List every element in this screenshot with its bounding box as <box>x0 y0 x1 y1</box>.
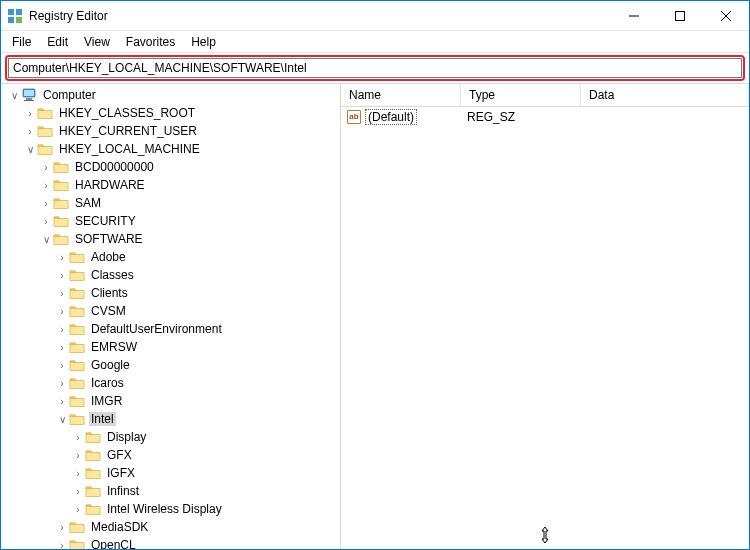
tree-key-intel-wireless-display[interactable]: ›Intel Wireless Display <box>1 500 340 518</box>
expand-toggle-icon[interactable]: › <box>71 486 85 497</box>
minimize-button[interactable] <box>611 1 657 30</box>
expand-toggle-icon[interactable]: › <box>55 540 69 550</box>
computer-icon <box>21 88 37 102</box>
expand-toggle-icon[interactable]: › <box>55 306 69 317</box>
svg-rect-9 <box>24 90 34 96</box>
expand-toggle-icon[interactable]: › <box>71 504 85 515</box>
menu-view[interactable]: View <box>77 33 117 51</box>
tree-item-label: Google <box>89 358 132 372</box>
tree-key-software[interactable]: ∨SOFTWARE <box>1 230 340 248</box>
tree-key-mediasdk[interactable]: ›MediaSDK <box>1 518 340 536</box>
tree-hive-hkcu[interactable]: ›HKEY_CURRENT_USER <box>1 122 340 140</box>
expand-toggle-icon[interactable]: › <box>55 288 69 299</box>
expand-toggle-icon[interactable]: › <box>55 360 69 371</box>
expand-toggle-icon[interactable]: › <box>39 198 53 209</box>
folder-icon <box>53 160 69 174</box>
tree-item-label: SOFTWARE <box>73 232 145 246</box>
menu-file[interactable]: File <box>5 33 38 51</box>
tree-item-label: Intel Wireless Display <box>105 502 224 516</box>
close-button[interactable] <box>703 1 749 30</box>
svg-rect-1 <box>16 9 22 15</box>
tree-key-imgr[interactable]: ›IMGR <box>1 392 340 410</box>
tree-key-hardware[interactable]: ›HARDWARE <box>1 176 340 194</box>
folder-icon <box>69 394 85 408</box>
address-highlight <box>5 55 745 81</box>
window-controls <box>611 1 749 30</box>
string-value-icon: ab <box>347 110 361 124</box>
tree-key-adobe[interactable]: ›Adobe <box>1 248 340 266</box>
folder-icon <box>85 448 101 462</box>
expand-toggle-icon[interactable]: › <box>55 378 69 389</box>
address-bar[interactable] <box>8 58 742 78</box>
expand-toggle-icon[interactable]: › <box>71 468 85 479</box>
tree-key-display[interactable]: ›Display <box>1 428 340 446</box>
expand-toggle-icon[interactable]: › <box>55 324 69 335</box>
tree-item-label: Clients <box>89 286 130 300</box>
expand-toggle-icon[interactable]: › <box>55 342 69 353</box>
tree-key-opencl[interactable]: ›OpenCL <box>1 536 340 549</box>
tree-key-classes[interactable]: ›Classes <box>1 266 340 284</box>
folder-icon <box>85 430 101 444</box>
svg-rect-2 <box>8 17 14 23</box>
tree-pane[interactable]: ∨Computer›HKEY_CLASSES_ROOT›HKEY_CURRENT… <box>1 84 341 549</box>
tree-item-label: Icaros <box>89 376 126 390</box>
tree-key-clients[interactable]: ›Clients <box>1 284 340 302</box>
tree-item-label: SECURITY <box>73 214 138 228</box>
tree-item-label: GFX <box>105 448 134 462</box>
maximize-button[interactable] <box>657 1 703 30</box>
expand-toggle-icon[interactable]: › <box>23 108 37 119</box>
expand-toggle-icon[interactable]: › <box>39 180 53 191</box>
tree-key-igfx[interactable]: ›IGFX <box>1 464 340 482</box>
tree-item-label: SAM <box>73 196 103 210</box>
content-body: ∨Computer›HKEY_CLASSES_ROOT›HKEY_CURRENT… <box>1 83 749 549</box>
column-header-name[interactable]: Name <box>341 84 461 106</box>
expand-toggle-icon[interactable]: › <box>71 450 85 461</box>
folder-icon <box>53 178 69 192</box>
svg-rect-11 <box>24 100 34 101</box>
tree-item-label: HARDWARE <box>73 178 147 192</box>
tree-key-defaultuserenvironment[interactable]: ›DefaultUserEnvironment <box>1 320 340 338</box>
tree-key-google[interactable]: ›Google <box>1 356 340 374</box>
list-body[interactable]: ab(Default)REG_SZ <box>341 107 749 549</box>
value-row[interactable]: ab(Default)REG_SZ <box>341 107 749 126</box>
expand-toggle-icon[interactable]: › <box>71 432 85 443</box>
expand-toggle-icon[interactable]: › <box>39 216 53 227</box>
tree-key-cvsm[interactable]: ›CVSM <box>1 302 340 320</box>
expand-toggle-icon[interactable]: ∨ <box>7 90 21 101</box>
tree-key-bcd00000000[interactable]: ›BCD00000000 <box>1 158 340 176</box>
folder-icon <box>69 538 85 549</box>
expand-toggle-icon[interactable]: › <box>55 522 69 533</box>
expand-toggle-icon[interactable]: › <box>55 270 69 281</box>
folder-icon <box>37 106 53 120</box>
expand-toggle-icon[interactable]: › <box>55 396 69 407</box>
menu-edit[interactable]: Edit <box>40 33 75 51</box>
menu-favorites[interactable]: Favorites <box>119 33 182 51</box>
tree-key-gfx[interactable]: ›GFX <box>1 446 340 464</box>
expand-toggle-icon[interactable]: ∨ <box>55 414 69 425</box>
address-bar-container <box>1 53 749 83</box>
expand-toggle-icon[interactable]: › <box>23 126 37 137</box>
expand-toggle-icon[interactable]: › <box>55 252 69 263</box>
tree-root-computer[interactable]: ∨Computer <box>1 86 340 104</box>
tree-item-label: BCD00000000 <box>73 160 156 174</box>
column-header-data[interactable]: Data <box>581 84 749 106</box>
column-header-type[interactable]: Type <box>461 84 581 106</box>
tree-key-intel[interactable]: ∨Intel <box>1 410 340 428</box>
tree-item-label: MediaSDK <box>89 520 150 534</box>
tree-hive-hklm[interactable]: ∨HKEY_LOCAL_MACHINE <box>1 140 340 158</box>
menu-help[interactable]: Help <box>184 33 223 51</box>
value-name: (Default) <box>365 109 417 125</box>
tree-key-infinst[interactable]: ›Infinst <box>1 482 340 500</box>
tree-hive-hkcr[interactable]: ›HKEY_CLASSES_ROOT <box>1 104 340 122</box>
folder-icon <box>69 520 85 534</box>
expand-toggle-icon[interactable]: ∨ <box>39 234 53 245</box>
expand-toggle-icon[interactable]: › <box>39 162 53 173</box>
folder-icon <box>53 196 69 210</box>
tree-key-emrsw[interactable]: ›EMRSW <box>1 338 340 356</box>
expand-toggle-icon[interactable]: ∨ <box>23 144 37 155</box>
tree-key-security[interactable]: ›SECURITY <box>1 212 340 230</box>
tree-key-sam[interactable]: ›SAM <box>1 194 340 212</box>
value-type: REG_SZ <box>461 110 581 124</box>
tree-key-icaros[interactable]: ›Icaros <box>1 374 340 392</box>
folder-icon <box>69 250 85 264</box>
